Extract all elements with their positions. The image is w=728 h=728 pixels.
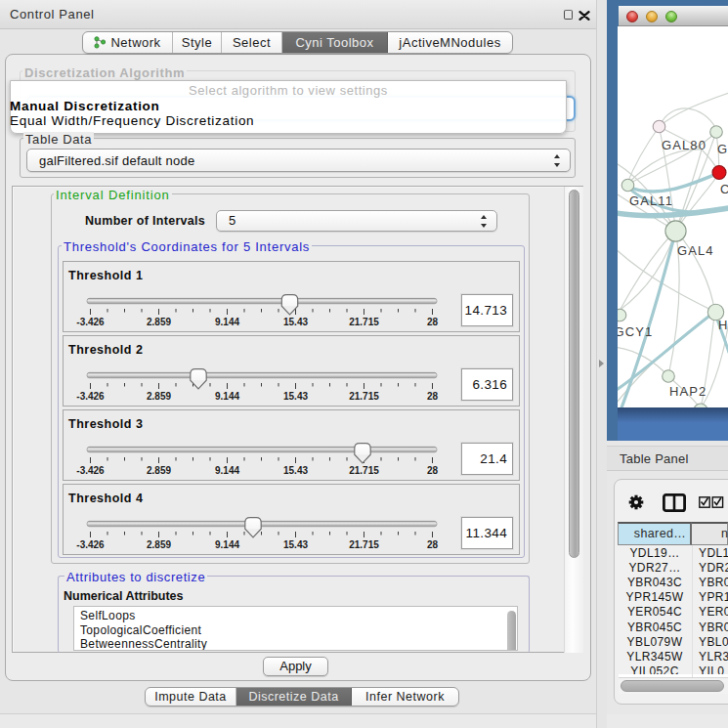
- svg-text:15.43: 15.43: [283, 391, 308, 402]
- svg-text:-3.426: -3.426: [76, 539, 105, 550]
- svg-text:21.715: 21.715: [349, 317, 379, 327]
- svg-text:GAL11: GAL11: [629, 193, 673, 208]
- svg-text:28: 28: [427, 391, 439, 402]
- svg-text:9.144: 9.144: [215, 391, 239, 402]
- svg-text:GCY1: GCY1: [618, 324, 653, 339]
- svg-text:21.715: 21.715: [349, 539, 379, 550]
- svg-text:15.43: 15.43: [283, 465, 308, 476]
- svg-text:2.859: 2.859: [147, 391, 171, 402]
- svg-text:GAL80: GAL80: [662, 138, 707, 152]
- svg-text:15.43: 15.43: [283, 539, 308, 550]
- svg-text:2.859: 2.859: [147, 465, 171, 476]
- svg-text:28: 28: [427, 465, 439, 476]
- svg-text:28: 28: [427, 539, 439, 550]
- svg-text:21.715: 21.715: [349, 391, 379, 402]
- svg-text:9.144: 9.144: [215, 465, 239, 476]
- svg-text:2.859: 2.859: [147, 317, 171, 327]
- svg-text:-3.426: -3.426: [76, 391, 105, 402]
- svg-text:HIS: HIS: [718, 318, 728, 332]
- svg-text:GAL: GAL: [717, 142, 728, 156]
- svg-text:15.43: 15.43: [283, 317, 308, 327]
- svg-text:GAL4: GAL4: [677, 243, 714, 258]
- svg-text:9.144: 9.144: [215, 317, 239, 327]
- svg-text:2.859: 2.859: [147, 539, 171, 550]
- svg-text:21.715: 21.715: [349, 465, 379, 476]
- svg-text:-3.426: -3.426: [76, 465, 105, 476]
- svg-text:9.144: 9.144: [215, 539, 239, 550]
- svg-text:28: 28: [427, 317, 439, 327]
- svg-text:CRP: CRP: [720, 182, 728, 196]
- svg-text:HAP2: HAP2: [669, 384, 707, 399]
- svg-text:-3.426: -3.426: [76, 317, 105, 327]
